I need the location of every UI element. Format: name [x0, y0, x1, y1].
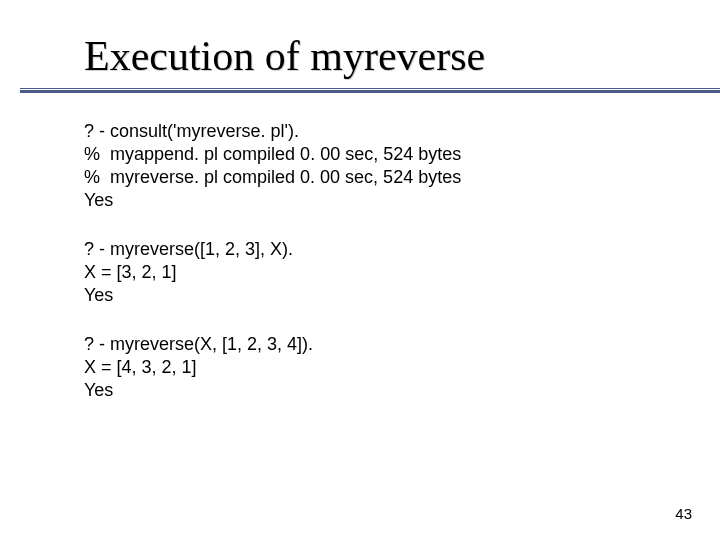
code-line: % myreverse. pl compiled 0. 00 sec, 524 …	[84, 166, 720, 189]
title-underline	[20, 88, 720, 92]
slide-title: Execution of myreverse	[84, 32, 720, 80]
code-line: X = [4, 3, 2, 1]	[84, 356, 720, 379]
code-line: ? - consult('myreverse. pl').	[84, 120, 720, 143]
slide-body: ? - consult('myreverse. pl'). % myappend…	[84, 120, 720, 402]
code-block: ? - consult('myreverse. pl'). % myappend…	[84, 120, 720, 212]
slide: Execution of myreverse ? - consult('myre…	[0, 0, 720, 540]
code-line: ? - myreverse([1, 2, 3], X).	[84, 238, 720, 261]
code-line: % myappend. pl compiled 0. 00 sec, 524 b…	[84, 143, 720, 166]
code-line: Yes	[84, 189, 720, 212]
code-block: ? - myreverse([1, 2, 3], X). X = [3, 2, …	[84, 238, 720, 307]
code-line: X = [3, 2, 1]	[84, 261, 720, 284]
code-block: ? - myreverse(X, [1, 2, 3, 4]). X = [4, …	[84, 333, 720, 402]
code-line: ? - myreverse(X, [1, 2, 3, 4]).	[84, 333, 720, 356]
code-line: Yes	[84, 284, 720, 307]
title-container: Execution of myreverse	[84, 32, 720, 88]
code-line: Yes	[84, 379, 720, 402]
page-number: 43	[675, 505, 692, 522]
